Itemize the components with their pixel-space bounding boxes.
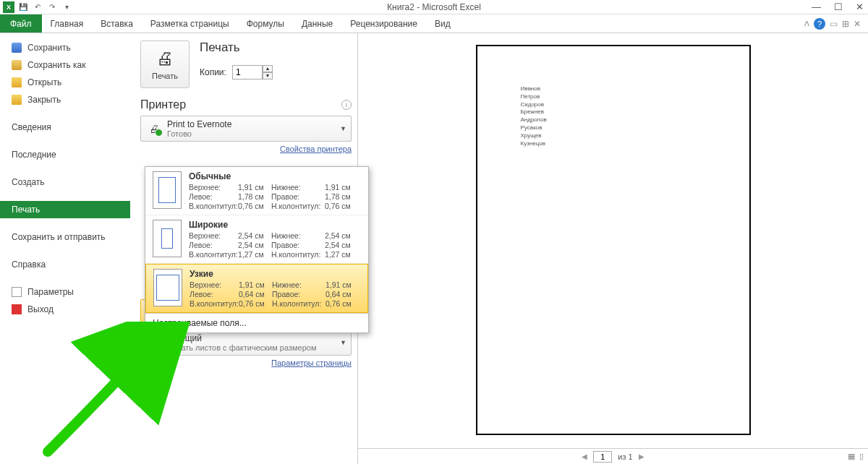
nav-help[interactable]: Справка <box>0 256 130 273</box>
margins-thumb-normal <box>153 171 182 209</box>
printer-section-title: Принтер <box>140 98 186 111</box>
save-as-mini-icon <box>12 60 22 70</box>
margins-custom[interactable]: Настраиваемые поля... <box>145 313 368 332</box>
printer-status-text: Готово <box>167 129 231 138</box>
tab-page-layout[interactable]: Разметка страницы <box>142 14 238 33</box>
help-icon[interactable]: ? <box>814 18 825 30</box>
tab-home[interactable]: Главная <box>42 14 93 33</box>
margins-thumb-wide <box>153 220 182 257</box>
scale-dd-title: Текущий <box>167 333 317 343</box>
margins-flyout: Обычные Верхнее:1,91 смНижнее:1,91 см Ле… <box>145 166 369 333</box>
nav-share[interactable]: Сохранить и отправить <box>0 228 130 246</box>
qat-dropdown-icon[interactable]: ▾ <box>61 1 72 13</box>
printer-small-icon: 🖨 <box>147 122 161 135</box>
margins-thumb-narrow <box>153 269 182 306</box>
tab-view[interactable]: Вид <box>426 14 459 33</box>
print-button[interactable]: 🖨 Печать <box>140 40 190 88</box>
close-button[interactable]: ✕ <box>856 1 864 12</box>
copies-input[interactable] <box>232 65 263 80</box>
printer-info-icon[interactable]: i <box>341 100 352 110</box>
print-preview-pane: Иванов Петров Сидоров Брежнев Андропов Р… <box>358 33 868 464</box>
nav-exit[interactable]: Выход <box>0 301 130 318</box>
nav-options[interactable]: Параметры <box>0 283 130 301</box>
nav-print[interactable]: Печать <box>0 201 130 218</box>
tab-data[interactable]: Данные <box>293 14 341 33</box>
preview-page: Иванов Петров Сидоров Брежнев Андропов Р… <box>476 45 751 435</box>
scale-dd-sub: Печать листов с фактическим размером <box>167 343 317 352</box>
zoom-page-icon[interactable]: ▯ <box>859 452 864 461</box>
nav-new[interactable]: Создать <box>0 173 130 191</box>
excel-icon: X <box>3 1 14 13</box>
page-number-input[interactable] <box>593 451 612 463</box>
open-mini-icon <box>12 77 22 87</box>
tab-review[interactable]: Рецензирование <box>341 14 426 33</box>
print-button-label: Печать <box>152 72 178 80</box>
nav-info[interactable]: Сведения <box>0 119 130 136</box>
page-total-label: из 1 <box>618 452 632 461</box>
next-page-button[interactable]: ▶ <box>639 452 644 460</box>
tab-insert[interactable]: Вставка <box>92 14 142 33</box>
printer-icon: 🖨 <box>156 48 174 69</box>
copies-spin-up[interactable]: ▲ <box>263 65 273 72</box>
ribbon-opt2-icon[interactable]: ⊞ <box>842 19 849 29</box>
printer-dropdown[interactable]: 🖨 Print to Evernote Готово ▼ <box>140 116 352 142</box>
maximize-button[interactable]: ☐ <box>834 1 843 12</box>
chevron-down-icon: ▼ <box>340 125 346 132</box>
options-mini-icon <box>12 287 22 297</box>
ribbon-opt3-icon[interactable]: ✕ <box>854 19 861 29</box>
margins-option-wide[interactable]: Широкие Верхнее:2,54 смНижнее:2,54 см Ле… <box>145 215 368 264</box>
ribbon-opt1-icon[interactable]: ▭ <box>830 19 838 29</box>
save-mini-icon <box>12 43 22 53</box>
page-setup-link[interactable]: Параметры страницы <box>140 358 352 367</box>
scaling-icon: 100 <box>147 336 161 349</box>
nav-close[interactable]: Закрыть <box>0 91 130 108</box>
prev-page-button[interactable]: ◀ <box>582 452 587 460</box>
backstage-nav: Сохранить Сохранить как Открыть Закрыть … <box>0 33 130 464</box>
print-title: Печать <box>200 40 273 55</box>
nav-recent[interactable]: Последние <box>0 146 130 163</box>
minimize-button[interactable]: — <box>812 1 821 12</box>
close-mini-icon <box>12 95 22 105</box>
copies-label: Копии: <box>200 67 226 77</box>
window-title: Книга2 - Microsoft Excel <box>387 2 481 12</box>
nav-open[interactable]: Открыть <box>0 74 130 91</box>
copies-spin-down[interactable]: ▼ <box>263 72 273 80</box>
redo-icon[interactable]: ↷ <box>46 1 58 13</box>
preview-content: Иванов Петров Сидоров Брежнев Андропов Р… <box>521 85 547 147</box>
nav-save-as[interactable]: Сохранить как <box>0 56 130 74</box>
margins-option-narrow[interactable]: Узкие Верхнее:1,91 смНижнее:1,91 см Лево… <box>145 264 368 313</box>
chevron-down-icon: ▼ <box>340 339 346 346</box>
margins-option-normal[interactable]: Обычные Верхнее:1,91 смНижнее:1,91 см Ле… <box>145 167 368 215</box>
scaling-dropdown[interactable]: 100 Текущий Печать листов с фактическим … <box>140 330 352 356</box>
ribbon-minimize-icon[interactable]: ᐱ <box>804 20 809 27</box>
printer-name: Print to Evernote <box>167 119 231 129</box>
nav-save[interactable]: Сохранить <box>0 39 130 56</box>
printer-properties-link[interactable]: Свойства принтера <box>140 145 352 153</box>
file-tab[interactable]: Файл <box>0 14 42 33</box>
show-margins-icon[interactable]: ▦ <box>848 452 855 461</box>
save-icon[interactable]: 💾 <box>17 1 29 13</box>
tab-formulas[interactable]: Формулы <box>238 14 293 33</box>
undo-icon[interactable]: ↶ <box>32 1 43 13</box>
exit-mini-icon <box>12 304 22 314</box>
